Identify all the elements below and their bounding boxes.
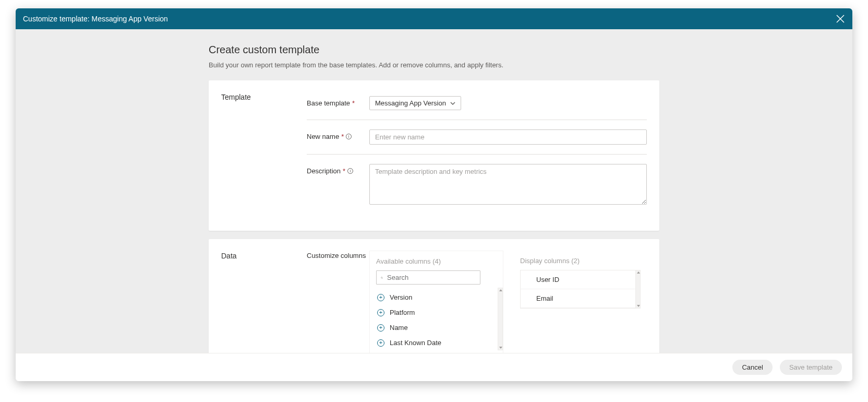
- column-name: Platform: [390, 309, 415, 316]
- data-card: Data Customize columns Available columns…: [209, 239, 659, 353]
- close-icon[interactable]: [836, 14, 845, 23]
- description-row: Description * i: [307, 154, 647, 216]
- base-template-row: Base template * Messaging App Version: [307, 92, 647, 120]
- scrollbar[interactable]: [498, 288, 503, 350]
- add-icon: +: [377, 309, 384, 316]
- add-icon: +: [377, 339, 384, 347]
- template-section-label: Template: [221, 92, 307, 216]
- base-template-label: Base template: [307, 99, 350, 107]
- available-column-item[interactable]: + Version: [376, 290, 497, 305]
- svg-point-2: [381, 277, 383, 278]
- page-subtitle: Build your own report template from the …: [209, 61, 659, 69]
- available-column-item[interactable]: + Last Known Date: [376, 335, 497, 350]
- available-column-item[interactable]: + Platform: [376, 305, 497, 320]
- info-icon[interactable]: i: [346, 134, 352, 139]
- template-card: Template Base template * Messaging App V…: [209, 80, 659, 231]
- scrollbar[interactable]: [635, 270, 640, 308]
- display-columns-box: Display columns (2) User ID Email: [514, 251, 647, 353]
- column-name: Email: [536, 294, 553, 302]
- base-template-value: Messaging App Version: [375, 99, 446, 107]
- column-name: Name: [390, 324, 408, 332]
- customize-template-dialog: Customize template: Messaging App Versio…: [16, 8, 852, 381]
- display-column-item[interactable]: User ID: [521, 270, 640, 289]
- required-indicator: *: [352, 99, 355, 107]
- column-name: User ID: [536, 276, 559, 283]
- dialog-body: Create custom template Build your own re…: [16, 29, 852, 353]
- description-label: Description: [307, 167, 341, 175]
- required-indicator: *: [343, 167, 345, 175]
- available-columns-list: + Version + Platform + Name: [376, 290, 497, 350]
- cancel-button[interactable]: Cancel: [732, 360, 772, 375]
- new-name-label: New name: [307, 133, 339, 140]
- description-textarea[interactable]: [369, 164, 647, 205]
- dialog-title: Customize template: Messaging App Versio…: [23, 15, 168, 23]
- new-name-row: New name * i: [307, 120, 647, 154]
- chevron-down-icon: [450, 101, 455, 106]
- add-icon: +: [377, 294, 384, 301]
- display-columns-label: Display columns: [520, 257, 570, 265]
- dialog-footer: Cancel Save template: [16, 353, 852, 381]
- available-columns-box: Available columns (4) + Version: [369, 251, 503, 353]
- available-search-input[interactable]: [383, 273, 476, 282]
- available-columns-count: 4: [435, 257, 439, 265]
- customize-columns-label: Customize columns: [307, 251, 369, 353]
- new-name-input[interactable]: [369, 129, 647, 145]
- base-template-dropdown[interactable]: Messaging App Version: [369, 96, 461, 110]
- column-name: Version: [390, 293, 412, 301]
- display-columns-count: 2: [574, 257, 577, 265]
- display-columns-list: User ID Email: [520, 270, 641, 309]
- display-column-item[interactable]: Email: [521, 289, 640, 308]
- column-name: Last Known Date: [390, 339, 441, 347]
- available-column-item[interactable]: + Name: [376, 320, 497, 335]
- dialog-titlebar: Customize template: Messaging App Versio…: [16, 8, 852, 29]
- available-columns-label: Available columns: [376, 257, 431, 265]
- available-search[interactable]: [376, 270, 480, 285]
- page-title: Create custom template: [209, 44, 659, 56]
- info-icon[interactable]: i: [347, 168, 353, 174]
- add-icon: +: [377, 324, 384, 332]
- data-section-label: Data: [221, 251, 307, 353]
- save-template-button[interactable]: Save template: [780, 360, 842, 375]
- required-indicator: *: [341, 133, 344, 140]
